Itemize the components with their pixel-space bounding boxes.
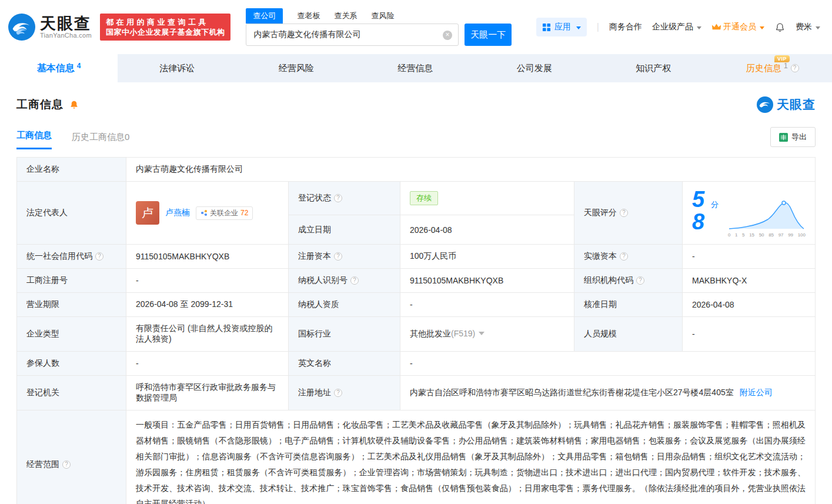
search-input[interactable]: [253, 30, 439, 39]
value-taxpayer-id: 91150105MAKBHKYQXB: [400, 269, 574, 293]
help-icon[interactable]: [350, 276, 359, 285]
status-badge: 存续: [410, 191, 438, 205]
value-approval-date: 2026-04-08: [683, 293, 816, 317]
username: 费米: [796, 22, 812, 32]
label-paid-capital: 实缴资本: [574, 245, 683, 269]
chevron-down-icon: [576, 26, 581, 32]
tab-label: 法律诉讼: [159, 63, 195, 74]
help-icon[interactable]: [791, 64, 799, 72]
value-staff-size: -: [683, 317, 816, 352]
label-taxpayer-id: 纳税人识别号: [289, 269, 400, 293]
related-companies-badge[interactable]: 关联企业 72: [196, 206, 253, 220]
row-reg-authority: 登记机关 呼和浩特市赛罕区行政审批政务服务与数据管理局 注册地址 内蒙古自治区呼…: [17, 376, 816, 410]
label-reg-address: 注册地址: [289, 376, 400, 410]
help-icon[interactable]: [62, 460, 71, 469]
related-companies-count: 72: [240, 209, 248, 217]
business-info-section: 工商信息 天眼查 工商信息 历史工商信息0 导出: [0, 96, 832, 504]
search-button[interactable]: 天眼一下: [465, 24, 512, 46]
tab-count: 4: [77, 62, 81, 70]
apps-menu[interactable]: 应用: [536, 18, 587, 36]
tab-label: 基本信息: [37, 62, 75, 75]
value-company-name: 内蒙古萌趣文化传播有限公司: [126, 158, 816, 182]
tab-basic-info[interactable]: 基本信息 4: [0, 54, 118, 82]
value-english-name: -: [400, 352, 816, 376]
reg-address-text: 内蒙古自治区呼和浩特市赛罕区昭乌达路街道世纪东街香榭花堤住宅小区27号楼4层40…: [410, 388, 734, 397]
row-insured-count: 参保人数 - 英文名称 -: [17, 352, 816, 376]
legal-rep-avatar[interactable]: 卢: [136, 201, 159, 225]
tab-history-info[interactable]: 历史信息 VIP 1: [713, 54, 832, 82]
help-icon[interactable]: [636, 276, 644, 285]
value-reg-authority: 呼和浩特市赛罕区行政审批政务服务与数据管理局: [126, 376, 289, 410]
label-english-name: 英文名称: [289, 352, 400, 376]
row-reg-number: 工商注册号 - 纳税人识别号 91150105MAKBHKYQXB 组织机构代码…: [17, 269, 816, 293]
label-business-term: 营业期限: [17, 293, 126, 317]
value-tyc-score: 58 分 0151550859799100: [683, 182, 816, 245]
help-icon[interactable]: [334, 194, 342, 202]
help-icon[interactable]: [620, 252, 628, 261]
nearby-companies-link[interactable]: 附近公司: [740, 388, 773, 397]
enterprise-label: 企业级产品: [652, 22, 693, 32]
label-reg-status: 登记状态: [289, 182, 400, 215]
help-icon[interactable]: [620, 209, 628, 217]
subtab-row: 工商信息 历史工商信息0 导出: [16, 127, 816, 149]
value-insured-count: -: [126, 352, 289, 376]
tab-operating-info[interactable]: 经营信息: [356, 54, 475, 82]
subtab-history-business-info[interactable]: 历史工商信息0: [72, 132, 129, 149]
label-tyc-score: 天眼评分: [574, 182, 683, 245]
vip-badge: VIP: [774, 55, 790, 62]
label-legal-rep: 法定代表人: [17, 182, 126, 245]
tianyancha-logo[interactable]: 天眼查 TianYanCha.com: [8, 14, 92, 41]
promo-line-1: 都在用的商业查询工具: [106, 17, 225, 27]
related-companies-label: 关联企业: [210, 208, 238, 218]
help-icon[interactable]: [334, 389, 342, 397]
search-tab-boss[interactable]: 查老板: [297, 11, 320, 24]
export-button[interactable]: 导出: [770, 127, 816, 147]
related-companies-icon: [201, 209, 208, 216]
notifications-bell-icon[interactable]: [774, 22, 786, 33]
help-icon[interactable]: [334, 252, 342, 261]
tab-label: 经营风险: [279, 63, 314, 74]
user-menu[interactable]: 费米: [796, 22, 820, 32]
label-establish-date: 成立日期: [289, 215, 400, 245]
search-tab-risk[interactable]: 查风险: [371, 11, 394, 24]
label-reg-authority: 登记机关: [17, 376, 126, 410]
tianyancha-logo-text: 天眼查 TianYanCha.com: [40, 15, 92, 39]
label-taxpayer-quality: 纳税人资质: [289, 293, 400, 317]
score-axis: 0151550859799100: [728, 232, 806, 238]
menu-divider: |: [597, 22, 599, 32]
score-value: 58: [692, 188, 709, 233]
value-credit-code: 91150105MAKBHKYQXB: [126, 245, 289, 269]
clear-search-icon[interactable]: [443, 31, 452, 40]
enterprise-products-menu[interactable]: 企业级产品: [652, 22, 701, 32]
industry-expand-icon[interactable]: [479, 332, 485, 338]
tab-intellectual-property[interactable]: 知识产权: [594, 54, 713, 82]
business-info-table: 企业名称 内蒙古萌趣文化传播有限公司 法定代表人 卢 卢燕楠 关联企业 72: [16, 157, 816, 504]
tab-legal-proceedings[interactable]: 法律诉讼: [118, 54, 237, 82]
score-curve-chart: 0151550859799100: [728, 199, 806, 238]
tianyancha-logo-icon: [8, 14, 35, 41]
help-icon[interactable]: [95, 252, 103, 261]
vip-label: 开通会员: [723, 22, 756, 32]
search-tab-company[interactable]: 查公司: [246, 8, 283, 24]
header-menu: 应用 | 商务合作 企业级产品 开通会员 费米: [536, 18, 820, 36]
crown-icon: [711, 23, 721, 31]
tab-operating-risk[interactable]: 经营风险: [237, 54, 356, 82]
search-area: 查公司 查老板 查关系 查风险 天眼一下: [246, 8, 512, 46]
subtab-business-info[interactable]: 工商信息: [16, 130, 52, 149]
label-insured-count: 参保人数: [17, 352, 126, 376]
section-header: 工商信息 天眼查: [16, 96, 816, 113]
export-label: 导出: [791, 132, 807, 142]
label-company-name: 企业名称: [17, 158, 126, 182]
search-tab-relation[interactable]: 查关系: [334, 11, 357, 24]
tab-company-development[interactable]: 公司发展: [475, 54, 594, 82]
tab-label: 知识产权: [636, 63, 671, 74]
open-vip-menu[interactable]: 开通会员: [711, 22, 764, 32]
score-unit: 分: [711, 199, 719, 210]
subscribe-bell-icon[interactable]: [69, 99, 79, 110]
company-nav-tabs: 基本信息 4 法律诉讼 经营风险 经营信息 公司发展 知识产权 历史信息 VIP…: [0, 54, 832, 82]
value-legal-rep: 卢 卢燕楠 关联企业 72: [126, 182, 289, 245]
business-cooperation-link[interactable]: 商务合作: [609, 22, 642, 32]
legal-rep-name-link[interactable]: 卢燕楠: [165, 208, 190, 218]
tab-label: 经营信息: [397, 63, 433, 74]
tab-count: 1: [784, 62, 788, 70]
